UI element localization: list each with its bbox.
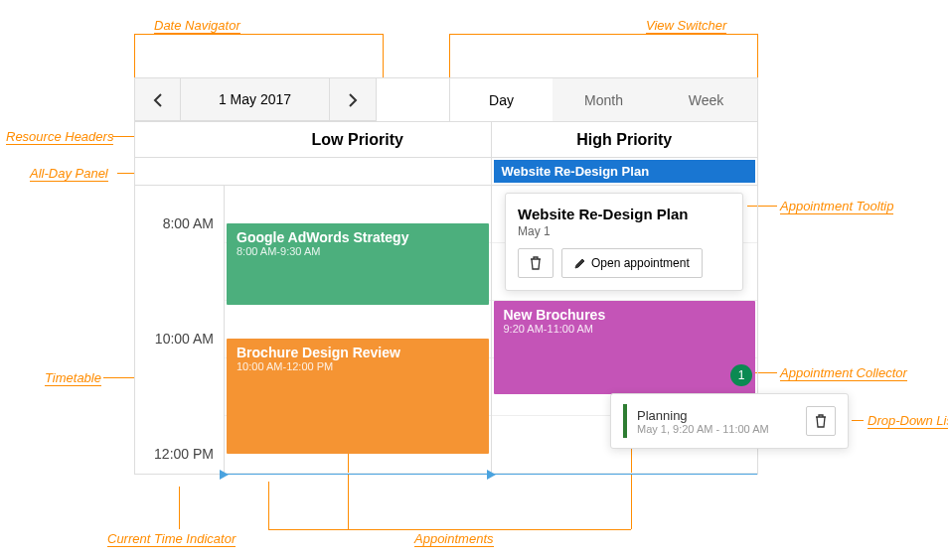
appointment-google-adwords[interactable]: Google AdWords Strategy 8:00 AM-9:30 AM xyxy=(227,223,489,305)
toolbar: 1 May 2017 Day Month Week xyxy=(135,78,757,122)
allday-cell-low[interactable] xyxy=(225,158,491,185)
time-column: 8:00 AM 10:00 AM 12:00 PM xyxy=(135,186,225,474)
allday-cell-high[interactable]: Website Re-Design Plan xyxy=(491,158,758,185)
toolbar-spacer xyxy=(377,78,449,121)
ddl-item-name: Planning xyxy=(637,408,769,423)
resource-header-low: Low Priority xyxy=(225,122,491,157)
appointment-collector[interactable]: 1 xyxy=(730,364,752,386)
time-label: 10:00 AM xyxy=(155,331,214,347)
tab-week[interactable]: Week xyxy=(655,78,757,121)
open-appointment-button[interactable]: Open appointment xyxy=(561,248,703,278)
view-switcher: Day Month Week xyxy=(449,78,757,121)
tooltip-buttons: Open appointment xyxy=(518,248,730,278)
time-header-spacer xyxy=(135,122,225,157)
prev-button[interactable] xyxy=(135,78,181,121)
appointment-website-redesign[interactable]: Website Re-Design Plan xyxy=(494,160,756,183)
label-timetable: Timetable xyxy=(45,370,101,386)
date-navigator: 1 May 2017 xyxy=(135,78,377,121)
appointment-title: New Brochures xyxy=(504,307,746,323)
chevron-left-icon xyxy=(153,93,163,107)
date-display[interactable]: 1 May 2017 xyxy=(181,78,330,120)
current-time-indicator xyxy=(492,474,758,475)
ddl-delete-button[interactable] xyxy=(806,406,836,436)
label-drop-down-list: Drop-Down List xyxy=(868,413,948,429)
current-time-indicator xyxy=(225,474,491,475)
all-day-panel: Website Re-Design Plan xyxy=(135,158,757,186)
delete-button[interactable] xyxy=(518,248,553,278)
drop-down-list: Planning May 1, 9:20 AM - 11:00 AM xyxy=(610,393,849,449)
tab-day[interactable]: Day xyxy=(450,78,553,121)
appointment-subtitle: 8:00 AM-9:30 AM xyxy=(237,245,479,257)
tooltip-date: May 1 xyxy=(518,224,730,238)
ddl-info[interactable]: Planning May 1, 9:20 AM - 11:00 AM xyxy=(637,408,769,435)
ddl-item-date: May 1, 9:20 AM - 11:00 AM xyxy=(637,423,769,435)
label-all-day-panel: All-Day Panel xyxy=(30,166,108,182)
appointment-title: Google AdWords Strategy xyxy=(237,229,479,245)
allday-spacer xyxy=(135,158,225,185)
resource-headers: Low Priority High Priority xyxy=(135,122,757,158)
appointment-subtitle: 9:20 AM-11:00 AM xyxy=(504,323,746,335)
trash-icon xyxy=(530,256,542,270)
trash-icon xyxy=(815,414,827,428)
next-button[interactable] xyxy=(330,78,376,121)
resource-column-low[interactable]: Google AdWords Strategy 8:00 AM-9:30 AM … xyxy=(225,186,491,474)
appointment-new-brochures[interactable]: New Brochures 9:20 AM-11:00 AM xyxy=(494,301,756,394)
tooltip-title: Website Re-Design Plan xyxy=(518,206,730,222)
ddl-color-bar xyxy=(623,404,627,438)
chevron-right-icon xyxy=(348,93,358,107)
time-label: 12:00 PM xyxy=(154,446,214,462)
label-appointments: Appointments xyxy=(414,531,494,547)
open-appointment-label: Open appointment xyxy=(591,256,690,270)
appointment-brochure-review[interactable]: Brochure Design Review 10:00 AM-12:00 PM xyxy=(227,339,489,454)
label-view-switcher: View Switcher xyxy=(646,18,726,34)
label-appointment-collector: Appointment Collector xyxy=(780,365,907,381)
label-current-time-indicator: Current Time Indicator xyxy=(107,531,236,547)
label-resource-headers: Resource Headers xyxy=(6,129,113,145)
pencil-icon xyxy=(574,258,585,269)
label-date-navigator: Date Navigator xyxy=(154,18,240,34)
appointment-tooltip: Website Re-Design Plan May 1 Open appoin… xyxy=(505,193,743,291)
label-appointment-tooltip: Appointment Tooltip xyxy=(780,199,893,214)
resource-header-high: High Priority xyxy=(491,122,758,157)
appointment-title: Brochure Design Review xyxy=(237,345,479,360)
time-label: 8:00 AM xyxy=(163,215,214,231)
tab-month[interactable]: Month xyxy=(553,78,655,121)
appointment-subtitle: 10:00 AM-12:00 PM xyxy=(237,360,479,372)
